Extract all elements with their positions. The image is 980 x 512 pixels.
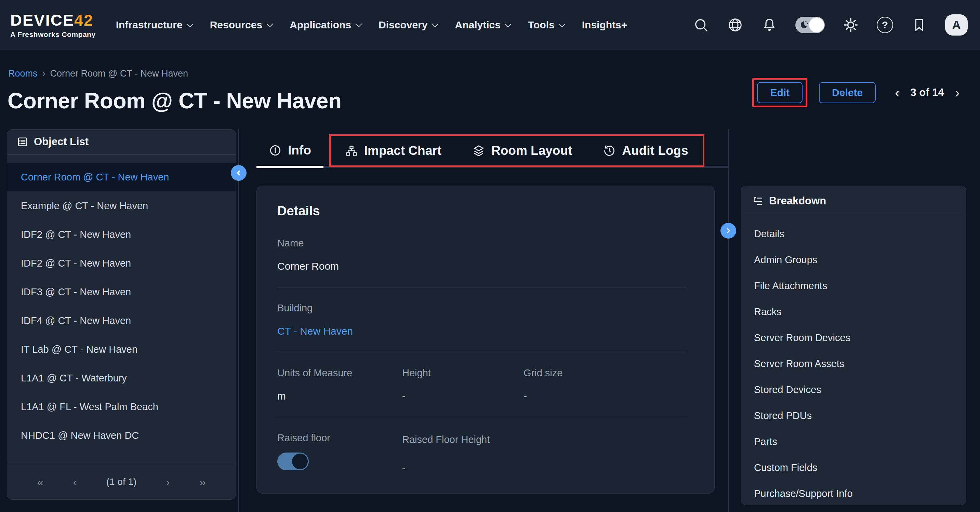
object-list-panel: Object List Corner Room @ CT - New Haven… (7, 129, 236, 500)
breakdown-nav-item[interactable]: Custom Fields (741, 455, 966, 480)
breadcrumb: Rooms › Corner Room @ CT - New Haven (8, 68, 188, 79)
breakdown-nav-item[interactable]: Racks (741, 299, 966, 325)
breakdown-nav-label: Custom Fields (754, 462, 817, 473)
breakdown-nav-item[interactable]: Server Room Devices (741, 325, 966, 351)
page-actions: Edit Delete ‹ 3 of 14 › (752, 78, 961, 107)
breakdown-nav-item[interactable]: Details (741, 221, 966, 247)
nav-menu-label: Resources (210, 19, 262, 31)
pager-position: 3 of 14 (910, 86, 944, 99)
breakdown-nav-item[interactable]: Stored Devices (741, 377, 966, 402)
object-list-header: Object List (7, 130, 235, 154)
chevron-down-icon (266, 21, 273, 27)
nav-menus: Infrastructure Resources Applications Di… (105, 0, 635, 49)
object-list-row[interactable]: Example @ CT - New Haven (7, 191, 235, 220)
pagination-first-icon[interactable]: « (37, 476, 43, 488)
tab-impact-chart[interactable]: Impact Chart (333, 136, 454, 165)
divider (277, 352, 687, 352)
notifications-bell-icon[interactable] (761, 17, 778, 33)
record-pager: ‹ 3 of 14 › (894, 86, 961, 99)
breakdown-header: Breakdown (741, 186, 966, 216)
field-height-label: Height (402, 367, 523, 379)
nav-menu-label: Analytics (455, 19, 501, 31)
delete-button[interactable]: Delete (819, 82, 876, 103)
breakdown-items: Details Admin Groups File Attachments Ra… (741, 216, 966, 505)
tab-room-layout[interactable]: Room Layout (460, 136, 584, 165)
globe-icon[interactable] (727, 17, 743, 33)
toggle-knob (809, 17, 824, 32)
nav-menu-item[interactable]: Resources (199, 0, 278, 49)
object-list-row[interactable]: IDF3 @ CT - New Haven (7, 278, 235, 306)
breadcrumb-rooms-link[interactable]: Rooms (8, 68, 38, 79)
breakdown-nav-item[interactable]: Purchase/Support Info (741, 480, 966, 505)
object-list-row-label: IDF2 @ CT - New Haven (21, 229, 131, 240)
nav-menu-item[interactable]: Discovery (367, 0, 444, 49)
object-list-row[interactable]: L1A1 @ CT - Waterbury (7, 364, 235, 393)
nav-menu-item[interactable]: Insights+ (571, 0, 635, 49)
object-list-row[interactable]: IDF4 @ CT - New Haven (7, 306, 235, 335)
info-icon (269, 144, 282, 157)
edit-button[interactable]: Edit (757, 82, 803, 103)
breakdown-nav-item[interactable]: Admin Groups (741, 247, 966, 273)
detail-tabs: Info Impact Chart Room Layout Audit Logs (256, 135, 728, 168)
object-list-row-label: IDF2 @ CT - New Haven (21, 258, 131, 269)
field-raised-floor: Raised floor (277, 432, 402, 474)
nav-menu-item[interactable]: Analytics (444, 0, 517, 49)
chevron-down-icon (187, 21, 194, 27)
raised-floor-toggle[interactable] (277, 453, 309, 470)
object-list-row[interactable]: L1A1 @ FL - West Palm Beach (7, 393, 235, 421)
breakdown-title: Breakdown (769, 195, 826, 207)
user-avatar[interactable]: A (945, 14, 968, 35)
settings-gear-icon[interactable] (843, 17, 859, 33)
device42-logo[interactable]: DEVICE42 A Freshworks Company (10, 12, 96, 38)
field-raised-floor-height: Raised Floor Height - (402, 432, 694, 474)
breakdown-nav-item[interactable]: Stored PDUs (741, 402, 966, 429)
field-name: Name Corner Room (277, 237, 694, 272)
breakdown-nav-label: Stored Devices (754, 384, 821, 396)
measure-row: Units of Measure m Height - Grid size - (277, 367, 694, 402)
collapse-object-list-button[interactable] (231, 165, 247, 181)
object-list-items: Corner Room @ CT - New Haven Example @ C… (7, 154, 235, 464)
field-building: Building CT - New Haven (277, 302, 694, 337)
pagination-next-icon[interactable]: › (166, 476, 170, 488)
tab-info[interactable]: Info (256, 135, 323, 166)
field-raised-floor-height-label: Raised Floor Height (402, 432, 505, 447)
tab-audit-logs[interactable]: Audit Logs (590, 136, 700, 165)
object-list-row[interactable]: IT Lab @ CT - New Haven (7, 335, 235, 364)
breakdown-nav-label: Racks (754, 306, 782, 318)
pagination-prev-icon[interactable]: ‹ (73, 476, 76, 488)
help-icon[interactable]: ? (877, 17, 893, 33)
object-list-row[interactable]: IDF2 @ CT - New Haven (7, 249, 235, 278)
building-link[interactable]: CT - New Haven (277, 325, 694, 337)
nav-menu-label: Tools (528, 19, 555, 31)
pagination-last-icon[interactable]: » (199, 476, 206, 488)
nav-menu-item[interactable]: Infrastructure (105, 0, 199, 49)
details-card: Details Name Corner Room Building CT - N… (256, 186, 715, 493)
breakdown-tree-icon (752, 195, 764, 207)
bookmark-icon[interactable] (911, 17, 928, 33)
breakdown-nav-item[interactable]: Server Room Assets (741, 351, 966, 377)
theme-toggle[interactable] (795, 17, 825, 33)
toggle-knob (292, 453, 308, 469)
field-grid-size: Grid size - (523, 367, 694, 402)
collapse-breakdown-button[interactable] (721, 223, 736, 239)
object-list-row[interactable]: IDF2 @ CT - New Haven (7, 220, 235, 249)
chevron-down-icon (431, 21, 438, 27)
field-units-label: Units of Measure (277, 367, 402, 379)
field-grid-size-label: Grid size (523, 367, 694, 379)
breakdown-nav-item[interactable]: Parts (741, 429, 966, 455)
search-icon[interactable] (693, 17, 709, 33)
nav-menu-label: Infrastructure (116, 19, 183, 31)
object-list-row[interactable]: NHDC1 @ New Haven DC (7, 421, 235, 450)
nav-menu-item[interactable]: Tools (517, 0, 571, 49)
pager-next-icon[interactable]: › (954, 86, 961, 99)
nav-menu-item[interactable]: Applications (278, 0, 367, 49)
breakdown-nav-label: Purchase/Support Info (754, 488, 853, 499)
breakdown-nav-label: Server Room Assets (754, 358, 844, 369)
breakdown-nav-item[interactable]: File Attachments (741, 273, 966, 299)
nav-menu-label: Insights+ (582, 19, 627, 31)
pager-prev-icon[interactable]: ‹ (894, 86, 900, 99)
object-list-row-label: L1A1 @ FL - West Palm Beach (21, 401, 158, 413)
field-units: Units of Measure m (277, 367, 402, 402)
brand-subtitle: A Freshworks Company (10, 31, 96, 38)
object-list-row[interactable]: Corner Room @ CT - New Haven (7, 163, 235, 191)
